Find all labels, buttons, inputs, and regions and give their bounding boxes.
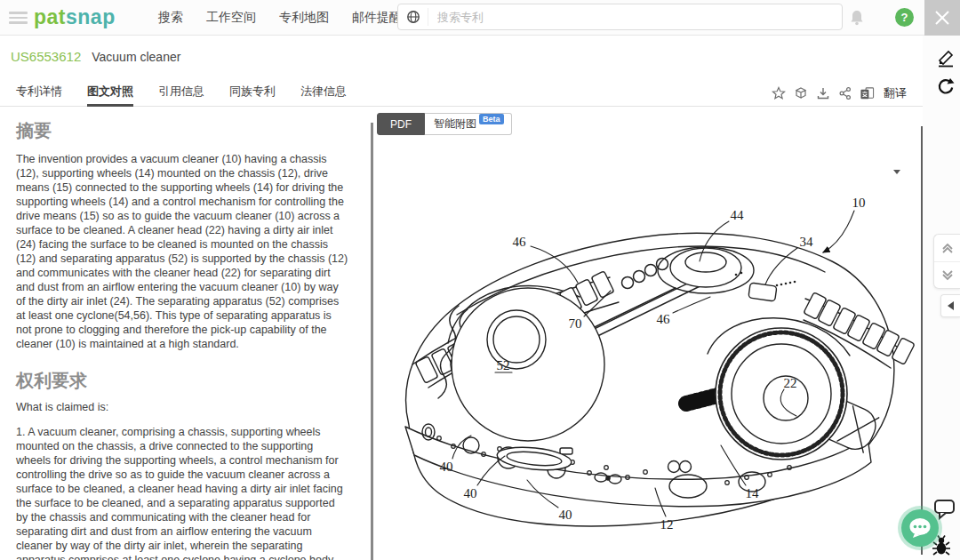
hamburger-menu-icon[interactable] [9, 12, 28, 24]
annotate-pen-icon[interactable] [936, 48, 956, 71]
figure-bin [452, 288, 604, 441]
history-icon[interactable] [936, 77, 956, 100]
translate-button[interactable]: 翻译 [884, 85, 907, 101]
save-to-workspace-icon[interactable] [793, 86, 808, 101]
share-icon[interactable] [837, 86, 852, 101]
abstract-text: The invention provides a vacuum cleaner … [16, 152, 349, 351]
top-navbar: patsnap 搜索 工作空间 专利地图 邮件提醒 ? [0, 0, 960, 36]
patent-figure-panel: 46 44 10 34 70 46 52 22 40 40 40 12 14 [373, 132, 921, 558]
help-icon[interactable]: ? [895, 8, 914, 27]
smart-figure-label: 智能附图 [434, 116, 476, 132]
figure-label-22: 22 [784, 376, 797, 390]
figure-label-46: 46 [513, 235, 527, 249]
claims-intro: What is claimed is: [16, 400, 349, 414]
patent-text-panel: 摘要 The invention provides a vacuum clean… [0, 107, 371, 560]
abstract-heading: 摘要 [16, 119, 349, 143]
search-input[interactable] [428, 11, 842, 24]
figure-label-52: 52 [497, 358, 510, 372]
figure-scroller [933, 234, 960, 289]
figure-label-40c: 40 [559, 508, 572, 522]
download-icon[interactable] [815, 86, 830, 101]
scroll-to-top-button[interactable] [934, 235, 960, 261]
help-glyph: ? [901, 11, 908, 24]
tab-list: 专利详情 图文对照 引用信息 同族专利 法律信息 [16, 80, 347, 107]
menu-item-patent-map[interactable]: 专利地图 [279, 10, 329, 26]
close-icon [932, 8, 952, 28]
logo-part-teal: snap [66, 5, 116, 28]
tab-patent-details[interactable]: 专利详情 [16, 80, 62, 107]
figure-label-40b: 40 [464, 486, 477, 500]
claim-1-text: 1. A vacuum cleaner, comprising a chassi… [16, 425, 349, 560]
menu-item-search[interactable]: 搜索 [158, 10, 183, 26]
tab-legal[interactable]: 法律信息 [300, 80, 347, 107]
scroll-to-bottom-button[interactable] [934, 261, 960, 288]
patent-number[interactable]: US6553612 [11, 49, 81, 64]
patent-search-box [397, 4, 843, 30]
figure-label-14: 14 [746, 486, 760, 500]
menu-item-mail-alert[interactable]: 邮件提醒 [352, 10, 402, 26]
patent-figure: 46 44 10 34 70 46 52 22 40 40 40 12 14 [373, 132, 921, 558]
menu-item-workspace[interactable]: 工作空间 [206, 10, 256, 26]
close-button[interactable] [924, 0, 960, 36]
patent-header: US6553612 Vacuum cleaner [11, 49, 180, 64]
tab-toolbar: 翻译 [771, 80, 907, 107]
figure-dome [658, 247, 754, 293]
figure-label-34: 34 [800, 235, 814, 249]
collapse-left-arrow-icon [948, 301, 954, 310]
logo-part-green: pat [34, 5, 66, 28]
notification-bell-icon[interactable] [847, 8, 867, 28]
pdf-label: PDF [390, 118, 412, 131]
tab-citations[interactable]: 引用信息 [158, 80, 204, 107]
tabs-row: 专利详情 图文对照 引用信息 同族专利 法律信息 翻译 [0, 80, 960, 107]
figure-label-12: 12 [660, 517, 674, 532]
main-menu: 搜索 工作空间 专利地图 邮件提醒 [158, 0, 402, 36]
globe-icon[interactable] [398, 8, 428, 26]
chat-bubble-icon [907, 516, 933, 540]
figure-label-40a: 40 [440, 460, 453, 474]
tab-image-text[interactable]: 图文对照 [87, 80, 133, 107]
patent-title: Vacuum cleaner [92, 50, 180, 64]
patsnap-patent-viewer: patsnap 搜索 工作空间 专利地图 邮件提醒 ? US6553612 Va… [0, 0, 960, 560]
figure-label-46b: 46 [657, 312, 671, 326]
figure-label-70: 70 [569, 316, 582, 331]
patsnap-logo[interactable]: patsnap [34, 5, 116, 29]
claims-heading: 权利要求 [16, 369, 349, 393]
star-icon[interactable] [771, 86, 786, 101]
figure-label-44: 44 [731, 208, 745, 222]
tab-family[interactable]: 同族专利 [229, 80, 276, 107]
figure-label-10: 10 [852, 196, 866, 210]
double-chevron-up-icon [940, 242, 955, 254]
collapse-panel-button[interactable] [940, 294, 960, 317]
double-chevron-down-icon [940, 269, 955, 282]
beta-badge: Beta [479, 114, 504, 124]
translate-doc-icon[interactable] [860, 86, 875, 101]
chat-fab-button[interactable] [901, 509, 939, 547]
